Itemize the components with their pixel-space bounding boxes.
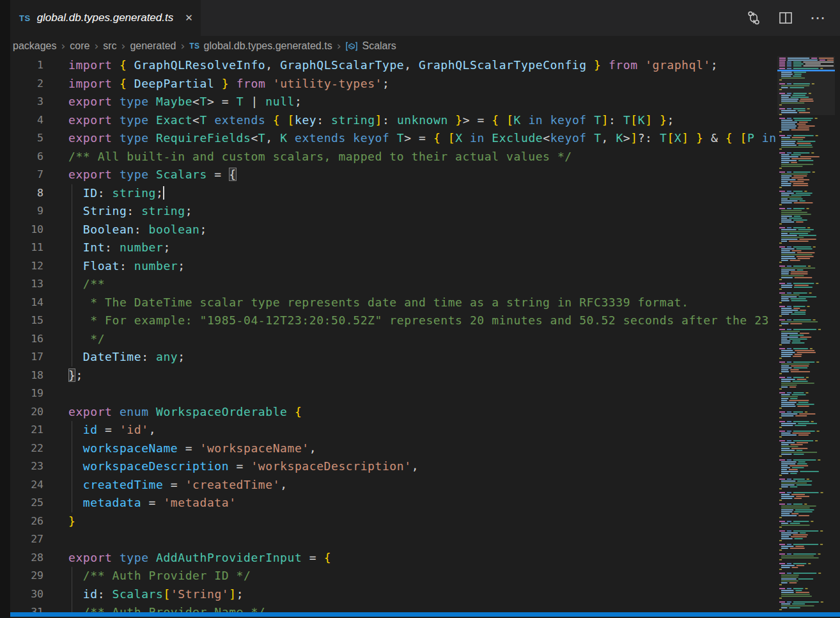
code-line-26[interactable]: 26} (10, 512, 777, 531)
code-line-18[interactable]: 18}; (10, 367, 777, 385)
line-number: 5 (10, 129, 43, 148)
code-line-11[interactable]: 11 Int: number; (10, 239, 777, 257)
line-number: 11 (10, 239, 43, 257)
line-number: 12 (10, 257, 43, 276)
breadcrumb-item-src[interactable]: src (103, 40, 116, 52)
code-line-16[interactable]: 16 */ (10, 330, 777, 349)
code-line-9[interactable]: 9 String: string; (10, 202, 777, 221)
code-text: Boolean: boolean; (43, 221, 777, 239)
code-line-2[interactable]: 2import { DeepPartial } from 'utility-ty… (10, 75, 777, 93)
line-number: 4 (10, 111, 43, 130)
code-text: }; (43, 367, 777, 385)
line-number: 22 (10, 440, 43, 458)
open-changes-button[interactable] (742, 8, 765, 28)
breadcrumb-item-core[interactable]: core (70, 40, 89, 52)
tab-global-db-types[interactable]: TS global.db.types.generated.ts ✕ (10, 0, 201, 36)
indent-guide (72, 221, 72, 239)
breadcrumb-item-global-db-types-generated-ts[interactable]: TSglobal.db.types.generated.ts (189, 40, 332, 52)
code-line-21[interactable]: 21 id = 'id', (10, 421, 777, 440)
tab-close-icon[interactable]: ✕ (182, 11, 196, 25)
breadcrumb-label: global.db.types.generated.ts (204, 40, 332, 52)
line-number: 20 (10, 403, 43, 422)
line-number: 19 (10, 384, 43, 403)
breadcrumb-label: Scalars (362, 40, 396, 52)
code-text: String: string; (43, 202, 777, 221)
code-line-3[interactable]: 3export type Maybe<T> = T | null; (10, 93, 777, 111)
indent-guide (72, 457, 72, 476)
line-number: 24 (10, 476, 43, 495)
code-line-5[interactable]: 5export type RequireFields<T, K extends … (10, 129, 777, 148)
code-line-17[interactable]: 17 DateTime: any; (10, 348, 777, 367)
breadcrumb: packages›core›src›generated›TSglobal.db.… (10, 36, 840, 56)
code-line-19[interactable]: 19 (10, 384, 777, 403)
more-actions-icon: ⋯ (810, 15, 826, 21)
indent-guide (72, 348, 72, 367)
code-line-6[interactable]: 6/** All built-in and custom scalars, ma… (10, 148, 777, 166)
indent-guide (72, 275, 72, 294)
code-line-1[interactable]: 1import { GraphQLResolveInfo, GraphQLSca… (10, 56, 777, 75)
code-line-27[interactable]: 27 (10, 530, 777, 549)
editor-tab-bar: TS global.db.types.generated.ts ✕ (10, 0, 840, 36)
line-number: 13 (10, 275, 43, 294)
indent-guide (72, 567, 72, 585)
code-line-31[interactable]: 31 /** Auth Provider Name */ (10, 603, 777, 612)
line-number: 28 (10, 549, 43, 567)
code-text: */ (43, 330, 777, 349)
line-number: 17 (10, 348, 43, 367)
typescript-file-icon: TS (19, 13, 31, 23)
line-number: 23 (10, 457, 43, 476)
code-line-14[interactable]: 14 * The DateTime scalar type represents… (10, 294, 777, 312)
indent-guide (72, 184, 72, 203)
line-number: 30 (10, 585, 43, 604)
code-line-12[interactable]: 12 Float: number; (10, 257, 777, 276)
code-text: createdTime = 'createdTime', (43, 476, 777, 495)
code-line-4[interactable]: 4export type Exact<T extends { [key: str… (10, 111, 777, 130)
code-line-30[interactable]: 30 id: Scalars['String']; (10, 585, 777, 604)
code-text: import { GraphQLResolveInfo, GraphQLScal… (43, 56, 777, 75)
line-number: 25 (10, 494, 43, 512)
breadcrumb-item-generated[interactable]: generated (130, 40, 176, 52)
more-actions-button[interactable]: ⋯ (806, 12, 830, 24)
code-text: DateTime: any; (43, 348, 777, 367)
indent-guide (72, 494, 72, 512)
code-editor[interactable]: 1import { GraphQLResolveInfo, GraphQLSca… (10, 56, 777, 612)
indent-guide (72, 476, 72, 495)
line-number: 7 (10, 166, 43, 184)
line-number: 21 (10, 421, 43, 440)
code-line-10[interactable]: 10 Boolean: boolean; (10, 221, 777, 239)
status-bar[interactable] (10, 612, 840, 617)
code-line-7[interactable]: 7export type Scalars = { (10, 166, 777, 184)
line-number: 18 (10, 367, 43, 385)
indent-guide (72, 440, 72, 458)
code-line-23[interactable]: 23 workspaceDescription = 'workspaceDesc… (10, 457, 777, 476)
code-line-13[interactable]: 13 /** (10, 275, 777, 294)
indent-guide (72, 603, 72, 612)
code-text: workspaceName = 'workspaceName', (43, 440, 777, 458)
line-number: 10 (10, 221, 43, 239)
code-line-8[interactable]: 8 ID: string; (10, 184, 777, 203)
line-number: 1 (10, 56, 43, 75)
breadcrumb-label: packages (13, 40, 57, 52)
code-text: import { DeepPartial } from 'utility-typ… (43, 75, 777, 93)
breadcrumb-separator: › (61, 40, 66, 52)
code-line-22[interactable]: 22 workspaceName = 'workspaceName', (10, 440, 777, 458)
code-line-15[interactable]: 15 * For example: "1985-04-12T23:20:50.5… (10, 312, 777, 330)
breadcrumb-item-scalars[interactable]: Scalars (345, 40, 396, 52)
line-number: 26 (10, 512, 43, 531)
code-line-28[interactable]: 28export type AddAuthProviderInput = { (10, 549, 777, 567)
code-line-20[interactable]: 20export enum WorkspaceOrderable { (10, 403, 777, 422)
split-editor-button[interactable] (774, 8, 797, 28)
indent-guide (72, 202, 72, 221)
line-number: 8 (10, 184, 43, 203)
indent-guide (72, 585, 72, 604)
line-number: 2 (10, 75, 43, 93)
code-line-24[interactable]: 24 createdTime = 'createdTime', (10, 476, 777, 495)
code-text: export type RequireFields<T, K extends k… (43, 129, 777, 148)
breadcrumb-label: generated (130, 40, 176, 52)
code-text: } (43, 512, 777, 531)
code-line-25[interactable]: 25 metadata = 'metadata' (10, 494, 777, 512)
code-text: export type AddAuthProviderInput = { (43, 549, 777, 567)
breadcrumb-item-packages[interactable]: packages (13, 40, 57, 52)
minimap[interactable] (777, 56, 835, 612)
code-line-29[interactable]: 29 /** Auth Provider ID */ (10, 567, 777, 585)
